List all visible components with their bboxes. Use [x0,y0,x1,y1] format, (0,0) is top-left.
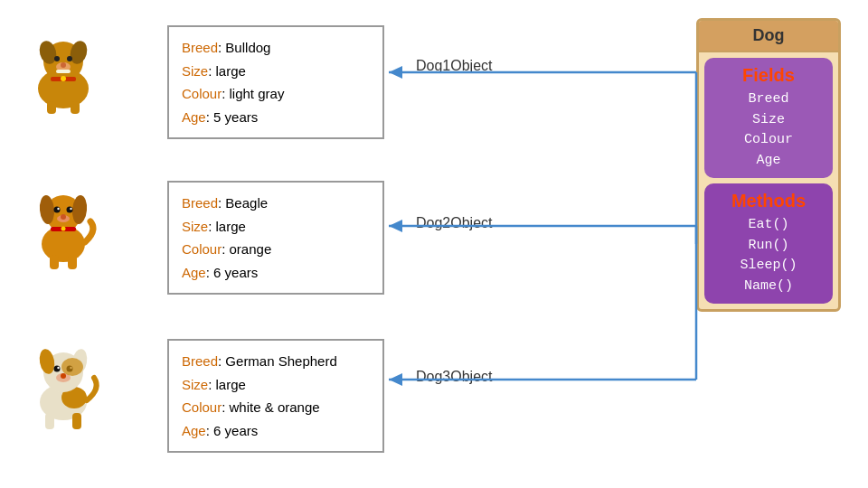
svg-point-7 [61,62,66,68]
svg-point-22 [61,214,66,220]
obj1-age: Age: 5 years [182,106,370,129]
obj2-size: Size: large [182,215,370,239]
svg-marker-48 [389,220,402,232]
method-sleep: Sleep() [710,256,827,277]
obj3-colour: Colour: white & orange [182,396,370,419]
svg-rect-25 [50,255,59,269]
obj3-size: Size: large [182,373,370,397]
svg-point-19 [57,208,59,210]
svg-rect-8 [56,70,71,73]
fields-label: Fields [710,65,827,86]
fields-section: Fields Breed Size Colour Age [704,58,833,178]
svg-point-18 [67,207,73,213]
obj3-age: Age: 6 years [182,419,370,443]
svg-point-38 [61,358,83,376]
svg-point-32 [54,366,61,372]
methods-label: Methods [710,191,827,211]
svg-point-4 [54,56,60,61]
diagram-container: Dog Fields Breed Size Colour Age Methods… [0,0,868,488]
svg-rect-12 [71,101,80,114]
field-colour: Colour [710,130,827,151]
obj1-colour: Colour: light gray [182,82,370,106]
methods-section: Methods Eat() Run() Sleep() Name() [704,183,833,304]
class-box: Dog Fields Breed Size Colour Age Methods… [696,18,841,312]
class-title: Dog [699,21,838,52]
object-box-2: Breed: Beagle Size: large Colour: orange… [167,181,384,295]
svg-point-10 [61,76,66,81]
obj2-breed: Breed: Beagle [182,192,370,215]
dog1-image [18,27,108,117]
svg-point-34 [57,367,59,369]
svg-point-17 [54,207,61,213]
svg-point-37 [61,373,66,379]
svg-rect-11 [47,101,56,114]
dog1-object-label: Dog1Object [416,58,493,74]
field-size: Size [710,110,827,131]
dog2-image [18,176,108,267]
obj2-colour: Colour: orange [182,238,370,261]
obj3-breed: Breed: German Shepherd [182,350,370,373]
svg-point-24 [61,227,66,231]
field-age: Age [710,151,827,172]
obj2-age: Age: 6 years [182,261,370,285]
obj1-size: Size: large [182,60,370,83]
svg-point-20 [70,208,71,210]
field-breed: Breed [710,89,827,110]
svg-point-5 [67,56,72,61]
svg-marker-45 [389,66,402,79]
svg-rect-40 [72,413,81,429]
obj1-breed: Breed: Bulldog [182,36,370,60]
dog3-object-label: Dog3Object [416,369,493,385]
object-box-1: Breed: Bulldog Size: large Colour: light… [167,25,384,139]
method-run: Run() [710,236,827,257]
svg-marker-51 [389,373,402,386]
dog3-image [18,334,108,425]
method-name: Name() [710,277,827,297]
dog2-object-label: Dog2Object [416,215,493,231]
object-box-3: Breed: German Shepherd Size: large Colou… [167,339,384,453]
svg-rect-26 [68,255,77,269]
method-eat: Eat() [710,215,827,236]
svg-rect-39 [45,413,54,429]
